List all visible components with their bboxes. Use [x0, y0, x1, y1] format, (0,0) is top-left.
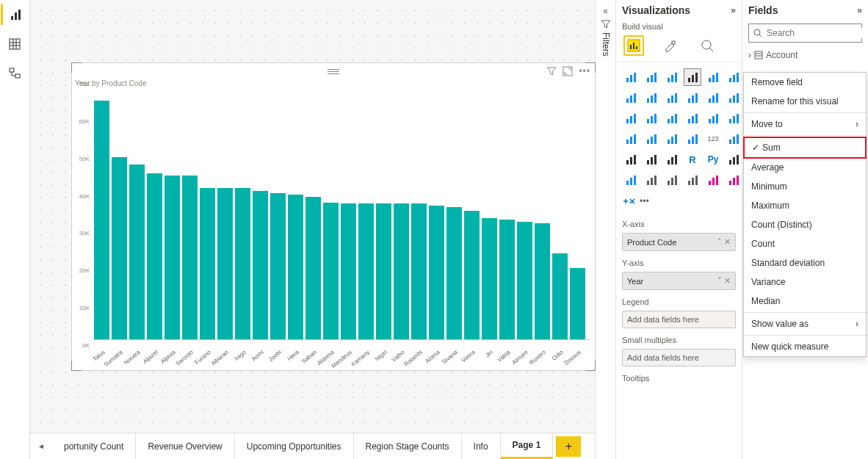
- chart-bar[interactable]: [499, 220, 515, 339]
- xaxis-well-actions[interactable]: ˅ ✕: [717, 237, 731, 247]
- data-view-button[interactable]: [1, 34, 29, 54]
- viz-type-icon[interactable]: Py: [704, 151, 722, 168]
- filters-pane-collapsed[interactable]: « Filters: [595, 0, 615, 459]
- chart-bar[interactable]: [394, 203, 409, 339]
- table-account-row[interactable]: › Account: [745, 48, 865, 62]
- viz-type-icon[interactable]: [663, 68, 681, 86]
- cm-rename[interactable]: Rename for this visual: [744, 92, 866, 111]
- cm-variance[interactable]: Variance: [744, 272, 866, 292]
- build-visual-tab[interactable]: [623, 35, 644, 56]
- page-tab[interactable]: Page 1: [501, 433, 554, 459]
- chart-bar[interactable]: [217, 188, 233, 339]
- viz-type-icon[interactable]: [725, 130, 742, 148]
- viz-type-icon[interactable]: [725, 68, 742, 86]
- viz-type-icon[interactable]: [704, 68, 722, 86]
- chart-bar[interactable]: [94, 101, 109, 339]
- cm-stddev[interactable]: Standard deviation: [744, 253, 866, 272]
- viz-type-icon[interactable]: [704, 171, 722, 189]
- page-tab[interactable]: Upcoming Opportunities: [235, 433, 354, 459]
- chart-bar[interactable]: [358, 203, 374, 339]
- yaxis-well[interactable]: Year ˅ ✕: [622, 272, 736, 290]
- cm-average[interactable]: Average: [744, 158, 866, 177]
- report-canvas[interactable]: ••• Year by Product Code 0K10K20K30K40K5…: [30, 0, 595, 433]
- chart-bar[interactable]: [288, 195, 303, 339]
- more-visuals-icon[interactable]: [622, 195, 635, 208]
- chart-bar[interactable]: [235, 188, 250, 339]
- cm-remove-field[interactable]: Remove field: [744, 73, 866, 92]
- chart-bar[interactable]: [429, 206, 444, 339]
- chart-bar[interactable]: [253, 191, 268, 339]
- cm-new-quick-measure[interactable]: New quick measure: [744, 337, 866, 356]
- chart-bar[interactable]: [341, 203, 356, 339]
- viz-type-icon[interactable]: [704, 89, 722, 106]
- cm-count[interactable]: Count: [744, 234, 866, 253]
- viz-type-icon[interactable]: [663, 171, 681, 189]
- chart-bar[interactable]: [552, 253, 568, 339]
- cm-show-value-as[interactable]: Show value as›: [744, 314, 866, 333]
- chart-bar[interactable]: [164, 176, 180, 339]
- chart-bar[interactable]: [570, 268, 585, 339]
- viz-type-icon[interactable]: [622, 109, 640, 127]
- viz-type-icon[interactable]: [663, 130, 681, 148]
- viz-type-icon[interactable]: [622, 151, 640, 168]
- yaxis-well-actions[interactable]: ˅ ✕: [717, 276, 731, 286]
- analytics-tab[interactable]: [697, 35, 717, 56]
- visual-grip-icon[interactable]: [326, 69, 341, 74]
- viz-type-icon[interactable]: [704, 109, 722, 127]
- viz-type-icon[interactable]: [684, 130, 701, 148]
- viz-type-icon[interactable]: [684, 109, 701, 127]
- chart-bar[interactable]: [411, 203, 427, 339]
- collapse-viz-icon[interactable]: »: [731, 5, 736, 15]
- chart-bar[interactable]: [305, 197, 321, 339]
- cm-count-distinct[interactable]: Count (Distinct): [744, 215, 866, 234]
- page-tab[interactable]: Info: [462, 433, 501, 459]
- chart-bar[interactable]: [129, 165, 145, 339]
- page-tab[interactable]: Revenue Overview: [136, 433, 234, 459]
- resize-handle-tl[interactable]: [71, 62, 82, 73]
- cm-maximum[interactable]: Maximum: [744, 196, 866, 215]
- viz-type-icon[interactable]: [643, 68, 660, 86]
- viz-type-icon[interactable]: [643, 109, 660, 127]
- cm-median[interactable]: Median: [744, 292, 866, 311]
- viz-type-icon[interactable]: [643, 130, 660, 148]
- cm-move-to[interactable]: Move to›: [744, 115, 866, 134]
- report-view-button[interactable]: [1, 4, 29, 25]
- add-page-button[interactable]: +: [556, 436, 581, 457]
- xaxis-well[interactable]: Product Code ˅ ✕: [622, 233, 736, 251]
- chart-bar[interactable]: [112, 157, 127, 339]
- chart-bar[interactable]: [517, 222, 532, 339]
- viz-type-icon[interactable]: [684, 89, 701, 106]
- chart-bar[interactable]: [270, 193, 286, 339]
- viz-type-icon[interactable]: [622, 89, 640, 106]
- tab-scroll-left[interactable]: ◄: [30, 442, 52, 450]
- viz-type-icon[interactable]: [643, 171, 660, 189]
- viz-type-icon[interactable]: 123: [704, 130, 722, 148]
- viz-type-icon[interactable]: [643, 89, 660, 106]
- filter-icon[interactable]: [546, 66, 557, 76]
- focus-mode-icon[interactable]: [563, 66, 573, 76]
- fields-search[interactable]: [748, 24, 862, 43]
- chart-bar[interactable]: [535, 223, 550, 339]
- viz-type-icon[interactable]: [725, 109, 742, 127]
- model-view-button[interactable]: [1, 63, 29, 84]
- chart-bar[interactable]: [482, 218, 497, 339]
- cm-sum[interactable]: ✓Sum: [743, 137, 867, 159]
- fields-search-input[interactable]: [767, 28, 868, 38]
- chart-bar[interactable]: [446, 207, 462, 339]
- viz-type-icon[interactable]: [663, 151, 681, 168]
- chart-bar[interactable]: [464, 211, 480, 339]
- legend-well[interactable]: Add data fields here: [622, 311, 736, 328]
- viz-type-icon[interactable]: R: [684, 151, 701, 168]
- chart-bar[interactable]: [182, 176, 198, 339]
- viz-type-icon[interactable]: [622, 68, 640, 86]
- viz-type-icon[interactable]: [643, 151, 660, 168]
- chart-bar[interactable]: [323, 203, 339, 339]
- viz-type-icon[interactable]: [684, 68, 701, 86]
- viz-type-icon[interactable]: [725, 89, 742, 106]
- page-tab[interactable]: portunity Count: [52, 433, 136, 459]
- format-visual-tab[interactable]: [660, 35, 681, 56]
- resize-handle-tr[interactable]: [585, 62, 596, 73]
- viz-type-icon[interactable]: [663, 109, 681, 127]
- viz-type-icon[interactable]: [622, 171, 640, 189]
- bar-chart-visual[interactable]: ••• Year by Product Code 0K10K20K30K40K5…: [71, 62, 596, 371]
